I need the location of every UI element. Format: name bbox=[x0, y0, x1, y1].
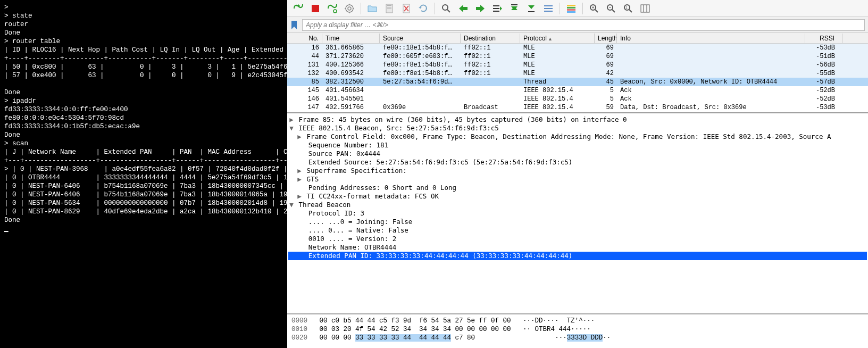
cell-info: Ack bbox=[617, 87, 805, 94]
cell-len: 5 bbox=[595, 95, 617, 103]
colorize-icon[interactable] bbox=[564, 2, 578, 15]
find-icon[interactable] bbox=[439, 2, 453, 15]
collapse-icon[interactable]: ▼ bbox=[288, 124, 295, 132]
cell-dst: Broadcast bbox=[461, 104, 520, 111]
packet-list-header[interactable]: No. Time Source Destination Protocol▲ Le… bbox=[287, 33, 868, 44]
hex-bytes[interactable]: c7 80 bbox=[451, 334, 475, 342]
packet-list-body[interactable]: 16361.665865fe80::18e1:54b8:f…ff02::1MLE… bbox=[287, 44, 868, 113]
svg-line-18 bbox=[447, 10, 450, 12]
start-capture-icon[interactable] bbox=[291, 2, 305, 15]
col-dst[interactable]: Destination bbox=[461, 34, 520, 43]
packet-list[interactable]: No. Time Source Destination Protocol▲ Le… bbox=[287, 33, 868, 113]
close-file-icon[interactable] bbox=[399, 2, 413, 15]
toolbar-separator bbox=[560, 3, 560, 14]
go-first-icon[interactable] bbox=[507, 2, 521, 15]
resize-columns-icon[interactable] bbox=[638, 2, 652, 15]
hex-offset: 0010 bbox=[291, 326, 307, 333]
bookmark-icon[interactable] bbox=[290, 20, 300, 30]
display-filter-input[interactable] bbox=[302, 19, 865, 31]
expand-icon[interactable]: ▶ bbox=[296, 192, 303, 201]
cell-proto: IEEE 802.15.4 bbox=[520, 104, 595, 111]
collapse-icon[interactable]: ▼ bbox=[288, 201, 295, 209]
terminal-pane[interactable]: > > state router Done > router table | I… bbox=[0, 0, 287, 348]
svg-point-17 bbox=[443, 5, 448, 10]
cell-rssi: -52dB bbox=[805, 87, 842, 94]
detail-line[interactable]: ▶ Frame 85: 45 bytes on wire (360 bits),… bbox=[288, 115, 867, 124]
detail-line[interactable]: ▶ Superframe Specification: bbox=[288, 167, 867, 175]
jump-to-icon[interactable] bbox=[490, 2, 504, 15]
svg-rect-11 bbox=[387, 7, 391, 7]
packet-row[interactable]: 146401.545501IEEE 802.15.45Ack-52dB bbox=[287, 95, 868, 103]
cell-rssi: -55dB bbox=[805, 70, 842, 77]
zoom-out-icon[interactable] bbox=[604, 2, 618, 15]
cell-time: 401.545501 bbox=[322, 95, 380, 103]
col-src[interactable]: Source bbox=[380, 34, 461, 43]
packet-row[interactable]: 131400.125366fe80::f8e1:54b8:f…ff02::1ML… bbox=[287, 61, 868, 69]
col-info[interactable]: Info bbox=[617, 34, 805, 43]
cell-no: 132 bbox=[287, 70, 322, 77]
col-len[interactable]: Length bbox=[595, 34, 617, 43]
open-file-icon[interactable] bbox=[365, 2, 379, 15]
cell-len: 69 bbox=[595, 44, 617, 52]
detail-line[interactable]: ▶ TI CC24xx-format metadata: FCS OK bbox=[288, 192, 867, 201]
filter-bar bbox=[287, 17, 868, 33]
cell-time: 402.591766 bbox=[322, 104, 380, 111]
auto-scroll-icon[interactable] bbox=[541, 2, 555, 15]
packet-row[interactable]: 132400.693542fe80::f8e1:54b8:f…ff02::1ML… bbox=[287, 69, 868, 78]
cell-no: 147 bbox=[287, 104, 322, 111]
cell-no: 131 bbox=[287, 61, 322, 69]
go-forward-icon[interactable] bbox=[473, 2, 487, 15]
expand-icon[interactable]: ▶ bbox=[296, 175, 303, 184]
zoom-reset-icon[interactable]: 1 bbox=[621, 2, 635, 15]
packet-row[interactable]: 145401.456634IEEE 802.15.45Ack-52dB bbox=[287, 86, 868, 95]
detail-line: Extended Source: 5e:27:5a:54:f6:9d:f3:c5… bbox=[288, 158, 867, 167]
cell-dst: ff02::1 bbox=[461, 61, 520, 69]
col-time[interactable]: Time bbox=[322, 34, 380, 43]
detail-line-selected[interactable]: Extended PAN ID: 33:33:33:33:44:44:44:44… bbox=[288, 252, 867, 260]
cell-src: 5e:27:5a:54:f6:9d… bbox=[380, 78, 461, 86]
go-last-icon[interactable] bbox=[524, 2, 538, 15]
cell-no: 145 bbox=[287, 87, 322, 94]
svg-rect-29 bbox=[528, 11, 535, 12]
hex-bytes[interactable]: 00 00 00 bbox=[320, 334, 356, 342]
cell-dst: ff02::1 bbox=[461, 53, 520, 60]
expand-icon[interactable]: ▶ bbox=[288, 115, 295, 124]
stop-capture-icon[interactable] bbox=[308, 2, 322, 15]
detail-line[interactable]: ▶ GTS bbox=[288, 175, 867, 184]
restart-capture-icon[interactable] bbox=[326, 2, 339, 15]
col-rssi[interactable]: RSSI bbox=[805, 34, 842, 43]
go-back-icon[interactable] bbox=[456, 2, 470, 15]
toolbar: 1 bbox=[287, 0, 868, 17]
svg-point-4 bbox=[348, 7, 351, 10]
cell-info: Ack bbox=[617, 95, 805, 103]
packet-details[interactable]: ▶ Frame 85: 45 bytes on wire (360 bits),… bbox=[287, 113, 868, 314]
detail-line[interactable]: ▶ Frame Control Field: 0xc000, Frame Typ… bbox=[288, 132, 867, 141]
cell-proto: IEEE 802.15.4 bbox=[520, 87, 595, 94]
svg-rect-33 bbox=[567, 5, 575, 6]
hex-bytes[interactable]: 00 03 20 4f 54 42 52 34 34 34 34 00 00 0… bbox=[320, 326, 511, 333]
detail-line[interactable]: ▼ Thread Beacon bbox=[288, 201, 867, 209]
svg-rect-12 bbox=[387, 9, 391, 9]
detail-line: Pending Addresses: 0 Short and 0 Long bbox=[288, 184, 867, 192]
save-file-icon[interactable] bbox=[382, 2, 396, 15]
cell-info: Beacon, Src: 0x0000, Network ID: OTBR444… bbox=[617, 78, 805, 86]
packet-row[interactable]: 147402.5917660x369eBroadcastIEEE 802.15.… bbox=[287, 103, 868, 112]
packet-row[interactable]: 85382.3125005e:27:5a:54:f6:9d…Thread45Be… bbox=[287, 78, 868, 86]
expand-icon[interactable]: ▶ bbox=[296, 132, 303, 141]
hex-bytes[interactable]: 00 c0 b5 44 44 c5 f3 9d f6 54 5a 27 5e f… bbox=[320, 317, 511, 325]
svg-rect-10 bbox=[387, 5, 391, 6]
col-no[interactable]: No. bbox=[287, 34, 322, 43]
detail-line[interactable]: ▼ IEEE 802.15.4 Beacon, Src: 5e:27:5a:54… bbox=[288, 124, 867, 132]
col-proto[interactable]: Protocol▲ bbox=[520, 34, 595, 43]
detail-line: .... 0... = Native: False bbox=[288, 226, 867, 235]
hex-bytes-selected[interactable]: 33 33 33 33 44 44 44 44 bbox=[355, 334, 451, 342]
expand-icon[interactable]: ▶ bbox=[296, 167, 303, 175]
packet-row[interactable]: 16361.665865fe80::18e1:54b8:f…ff02::1MLE… bbox=[287, 44, 868, 52]
toolbar-separator bbox=[582, 3, 583, 14]
zoom-in-icon[interactable] bbox=[587, 2, 601, 15]
hex-pane[interactable]: 0000 00 c0 b5 44 44 c5 f3 9d f6 54 5a 27… bbox=[287, 314, 868, 348]
capture-options-icon[interactable] bbox=[343, 2, 356, 15]
reload-icon[interactable] bbox=[416, 2, 430, 15]
packet-row[interactable]: 44371.273620fe80::605f:e603:f…ff02::1MLE… bbox=[287, 52, 868, 61]
svg-line-45 bbox=[629, 10, 632, 12]
